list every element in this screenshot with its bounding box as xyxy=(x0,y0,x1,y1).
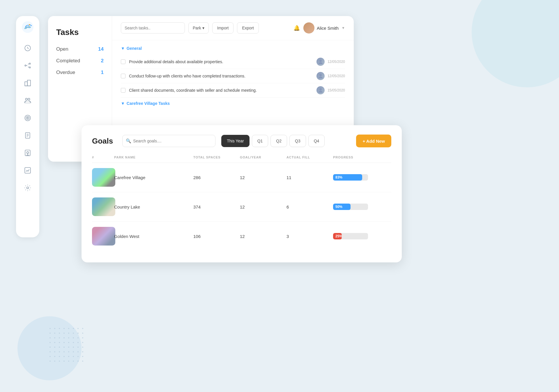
goal-year: 12 xyxy=(240,175,286,180)
bg-decoration-circle-top xyxy=(472,0,559,87)
goals-table-header: # PARK NAME TOTAL SPACES GOAL/YEAR ACTUA… xyxy=(92,156,391,163)
total-spaces: 106 xyxy=(193,234,240,239)
park-name[interactable]: Golden West xyxy=(109,234,193,239)
goals-search-input[interactable] xyxy=(122,135,215,147)
user-name: Alice Smith xyxy=(317,26,339,31)
tasks-search-input[interactable] xyxy=(121,22,185,33)
task-row: Provide additional details about availab… xyxy=(121,55,345,69)
col-header-park-name: PARK NAME xyxy=(109,156,193,159)
task-text: Client shared documents, coordinate with… xyxy=(129,88,313,93)
filter-q4[interactable]: Q4 xyxy=(308,135,325,147)
tasks-completed-label: Completed xyxy=(56,58,80,64)
tasks-stat-completed[interactable]: Completed 2 xyxy=(56,58,104,64)
svg-point-21 xyxy=(27,187,29,189)
tasks-title: Tasks xyxy=(56,28,104,37)
tasks-open-count: 14 xyxy=(98,46,104,52)
user-info: 🔔 Alice Smith ▼ xyxy=(293,22,345,33)
actual-fill: 6 xyxy=(286,204,333,209)
progress-label: 50% xyxy=(335,205,342,209)
task-date: 12/05/2020 xyxy=(328,74,345,78)
task-checkbox[interactable] xyxy=(121,59,125,64)
goals-table: # PARK NAME TOTAL SPACES GOAL/YEAR ACTUA… xyxy=(92,156,391,251)
actual-fill: 3 xyxy=(286,234,333,239)
svg-point-1 xyxy=(29,24,30,25)
col-header-total-spaces: TOTAL SPACES xyxy=(193,156,240,159)
total-spaces: 374 xyxy=(193,204,240,209)
tasks-overdue-count: 1 xyxy=(101,70,104,75)
goals-table-row: Carefree Village 286 12 11 83% xyxy=(92,163,391,192)
actual-fill: 11 xyxy=(286,175,333,180)
park-name[interactable]: Carefree Village xyxy=(109,175,193,180)
tasks-content: ▼ General Provide additional details abo… xyxy=(112,40,354,112)
task-avatar xyxy=(316,72,325,80)
sidebar-item-analytics[interactable] xyxy=(20,163,35,178)
park-filter-button[interactable]: Park ▾ xyxy=(188,22,209,33)
progress-bar-wrap: 25% xyxy=(333,233,391,239)
task-checkbox[interactable] xyxy=(121,74,125,78)
task-avatar xyxy=(316,86,325,94)
goals-title: Goals xyxy=(92,137,113,146)
goals-search-wrap: 🔍 xyxy=(122,135,215,147)
goals-add-new-button[interactable]: + Add New xyxy=(356,135,391,147)
task-text: Provide additional details about availab… xyxy=(129,59,313,64)
sidebar-item-tasks[interactable] xyxy=(20,128,35,143)
task-row: Conduct follow-up with clients who have … xyxy=(121,69,345,83)
svg-point-3 xyxy=(25,65,26,66)
task-meta: 12/05/2020 xyxy=(316,58,345,66)
col-header-number: # xyxy=(92,156,109,159)
svg-point-9 xyxy=(25,98,27,100)
sidebar-item-teams[interactable] xyxy=(20,93,35,108)
goal-year: 12 xyxy=(240,204,286,209)
export-button[interactable]: Export xyxy=(237,22,259,33)
svg-point-13 xyxy=(27,117,28,118)
filter-q3[interactable]: Q3 xyxy=(289,135,306,147)
sidebar-item-reports[interactable] xyxy=(20,145,35,160)
sidebar-item-buildings[interactable] xyxy=(20,75,35,91)
row-id xyxy=(92,227,109,246)
goals-panel: Goals 🔍 This Year Q1 Q2 Q3 Q4 + Add New … xyxy=(82,125,402,262)
notification-bell-icon[interactable]: 🔔 xyxy=(293,25,300,31)
task-date: 12/05/2020 xyxy=(328,60,345,64)
task-meta: 15/05/2020 xyxy=(316,86,345,94)
carefree-section-header: ▼ Carefree Village Tasks xyxy=(121,101,345,106)
progress-bar-bg: 25% xyxy=(333,233,368,239)
progress-bar-fill: 83% xyxy=(333,174,362,181)
progress-label: 83% xyxy=(335,175,342,179)
sidebar-item-dashboard[interactable] xyxy=(20,40,35,56)
col-header-actual-fill: ACTUAL FILL xyxy=(286,156,333,159)
task-checkbox[interactable] xyxy=(121,88,125,93)
svg-point-22 xyxy=(319,60,322,62)
tasks-stat-open[interactable]: Open 14 xyxy=(56,46,104,52)
user-dropdown-arrow[interactable]: ▼ xyxy=(342,26,345,30)
filter-this-year[interactable]: This Year xyxy=(221,135,249,147)
progress-cell: 83% xyxy=(333,174,391,181)
tasks-overdue-label: Overdue xyxy=(56,70,75,75)
goals-header: Goals 🔍 This Year Q1 Q2 Q3 Q4 + Add New xyxy=(92,135,391,147)
avatar xyxy=(303,22,314,33)
filter-q2[interactable]: Q2 xyxy=(270,135,287,147)
sidebar-item-goals[interactable] xyxy=(20,110,35,126)
tasks-header: Park ▾ Import Export 🔔 Alice Smith ▼ xyxy=(112,16,354,40)
sidebar-item-network[interactable] xyxy=(20,58,35,73)
app-logo[interactable] xyxy=(21,21,34,35)
svg-rect-20 xyxy=(25,167,31,173)
filter-q1[interactable]: Q1 xyxy=(252,135,268,147)
tasks-stat-overdue[interactable]: Overdue 1 xyxy=(56,70,104,75)
svg-point-10 xyxy=(28,98,30,100)
search-icon: 🔍 xyxy=(126,138,131,144)
park-name[interactable]: Country Lake xyxy=(109,204,193,209)
progress-bar-bg: 83% xyxy=(333,174,368,181)
task-avatar xyxy=(316,58,325,66)
svg-rect-7 xyxy=(27,80,31,86)
progress-bar-bg: 50% xyxy=(333,204,368,210)
svg-point-5 xyxy=(29,67,30,68)
sidebar-item-settings[interactable] xyxy=(20,180,35,195)
task-row: Client shared documents, coordinate with… xyxy=(121,83,345,98)
col-header-progress: PROGRESS xyxy=(333,156,391,159)
progress-cell: 50% xyxy=(333,204,391,210)
import-button[interactable]: Import xyxy=(212,22,234,33)
progress-label: 25% xyxy=(335,234,342,238)
progress-bar-fill: 50% xyxy=(333,204,351,210)
row-id xyxy=(92,197,109,216)
tasks-completed-count: 2 xyxy=(101,58,104,64)
